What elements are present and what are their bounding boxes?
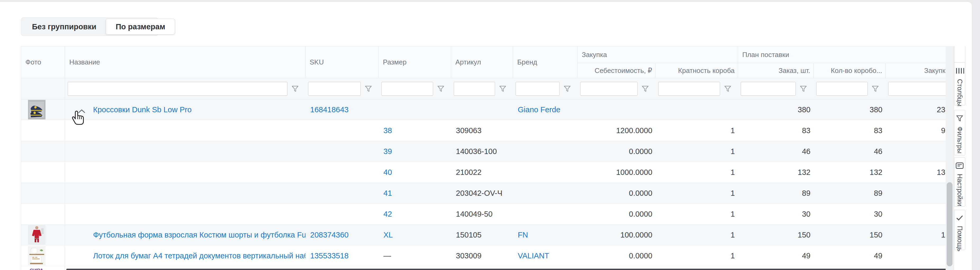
col-header-size[interactable]: Размер [383,58,406,66]
size-cell [379,99,451,120]
size-cell: 38 [379,120,451,141]
filter-funnel-icon[interactable] [437,85,445,93]
brand-link[interactable]: Giano Ferde [518,105,560,114]
collapse-chevron-icon[interactable] [78,107,86,116]
sku-cell [305,204,379,224]
product-name-link[interactable]: Лоток для бумаг А4 тетрадей документов в… [93,251,305,260]
brand-cell: VALIANT [513,245,578,266]
toggle-no-grouping[interactable]: Без группировки [22,19,106,35]
cost-cell: 0.0000 [578,141,655,162]
purchase-cell: 231 [886,99,946,120]
group-header-supply-plan[interactable]: План поставки [742,51,789,59]
size-link[interactable]: 40 [383,168,392,177]
name-cell [65,183,305,203]
col-header-name[interactable]: Название [69,58,100,66]
filter-cell-buy [886,78,946,99]
brand-cell [513,204,578,224]
filter-input-size[interactable] [381,82,433,95]
product-photo[interactable] [28,246,46,265]
product-row: Футбольная форма взрослая Костюм шорты и… [21,225,946,245]
columns-icon [955,67,964,76]
sku-cell: 135533518 [305,245,379,266]
filter-funnel-icon[interactable] [364,85,372,93]
side-tab-filter[interactable]: Фильтры [954,110,965,155]
filter-input-mult[interactable] [658,82,720,95]
filter-input-order[interactable] [741,82,796,95]
brand-link[interactable]: VALIANT [518,251,549,260]
col-header-cost[interactable]: Себестоимость, ₽ [595,67,652,75]
box-count-cell: 49 [814,245,886,266]
box-count-cell: 132 [814,162,886,183]
purchase-cell [886,183,946,203]
size-link[interactable]: 38 [383,126,392,135]
col-header-order-qty[interactable]: Заказ, шт. [778,67,810,75]
side-tab-help[interactable]: Помощь [954,210,965,250]
order-qty-cell: 89 [738,183,814,203]
filter-funnel-icon[interactable] [291,85,299,93]
group-header-purchase[interactable]: Закупка [582,51,607,59]
filter-input-brand[interactable] [515,82,560,95]
col-header-box-multiplicity[interactable]: Кратность короба [678,67,735,75]
filter-input-sku[interactable] [308,82,361,95]
product-photo[interactable] [28,225,46,245]
col-header-brand[interactable]: Бренд [517,58,537,66]
box-count-cell: 150 [814,225,886,245]
cost-cell: 0.0000 [578,204,655,224]
vertical-scrollbar-thumb[interactable] [947,182,953,266]
purchase-cell: 15 [886,225,946,245]
sku-link[interactable]: 208374360 [310,230,348,239]
size-row: 39140036-1000.000014646 [21,141,946,162]
col-header-purchase[interactable]: Закупка [924,67,946,75]
col-header-articul[interactable]: Артикул [455,58,481,66]
col-header-photo[interactable]: Фото [25,58,41,66]
size-link[interactable]: 41 [383,189,392,198]
filter-input-name[interactable] [68,82,288,95]
svg-text:СИРА: СИРА [30,268,43,270]
filter-input-buy[interactable] [888,82,946,95]
grid-header: Фото Название SKU Размер Артикул Бренд З… [21,46,946,78]
sku-cell [305,120,379,141]
side-tab-columns[interactable]: Столбцы [954,62,965,105]
articul-cell: 309063 [451,120,513,141]
sku-link[interactable]: 168418643 [310,105,348,114]
filter-funnel-icon[interactable] [563,85,571,93]
side-tab-label: Фильтры [956,127,964,154]
vertical-scrollbar[interactable] [946,46,954,270]
product-photo[interactable]: СИРА [28,266,46,270]
horizontal-scrollbar-thumb[interactable] [66,269,946,270]
product-photo[interactable] [28,100,46,119]
side-tab-settings[interactable]: Настройки [954,157,965,206]
filter-funnel-icon[interactable] [641,85,649,93]
settings-icon [955,162,964,171]
filter-funnel-icon[interactable] [871,85,879,93]
filter-funnel-icon[interactable] [724,85,732,93]
product-name-link[interactable]: Кроссовки Dunk Sb Low Pro [93,105,192,114]
size-link[interactable]: XL [383,230,393,239]
box-count-cell: 380 [814,99,886,120]
filter-funnel-icon[interactable] [499,85,507,93]
size-link[interactable]: 39 [383,147,392,156]
sku-link[interactable]: 135533518 [310,251,348,260]
toggle-by-sizes[interactable]: По размерам [106,19,175,35]
size-link[interactable]: 42 [383,210,392,219]
size-cell: 40 [379,162,451,183]
filter-input-boxes[interactable] [816,82,868,95]
name-cell [65,141,305,162]
filter-cell-size [379,78,451,99]
col-header-sku[interactable]: SKU [310,58,324,66]
box-multiplicity-cell: 1 [655,245,738,266]
order-qty-cell: 30 [738,204,814,224]
box-count-cell: 83 [814,120,886,141]
brand-link[interactable]: FN [518,230,528,239]
filter-input-cost[interactable] [580,82,638,95]
name-cell: Футбольная форма взрослая Костюм шорты и… [65,225,305,245]
purchase-cell [886,204,946,224]
filter-input-art[interactable] [454,82,495,95]
size-cell: 41 [379,183,451,203]
product-name-link[interactable]: Футбольная форма взрослая Костюм шорты и… [93,230,305,239]
filter-funnel-icon[interactable] [799,85,807,93]
product-row: Кроссовки Dunk Sb Low Pro168418643Giano … [21,99,946,120]
order-qty-cell: 150 [738,225,814,245]
box-multiplicity-cell: 1 [655,162,738,183]
col-header-box-count[interactable]: Кол-во коробо... [831,67,882,75]
